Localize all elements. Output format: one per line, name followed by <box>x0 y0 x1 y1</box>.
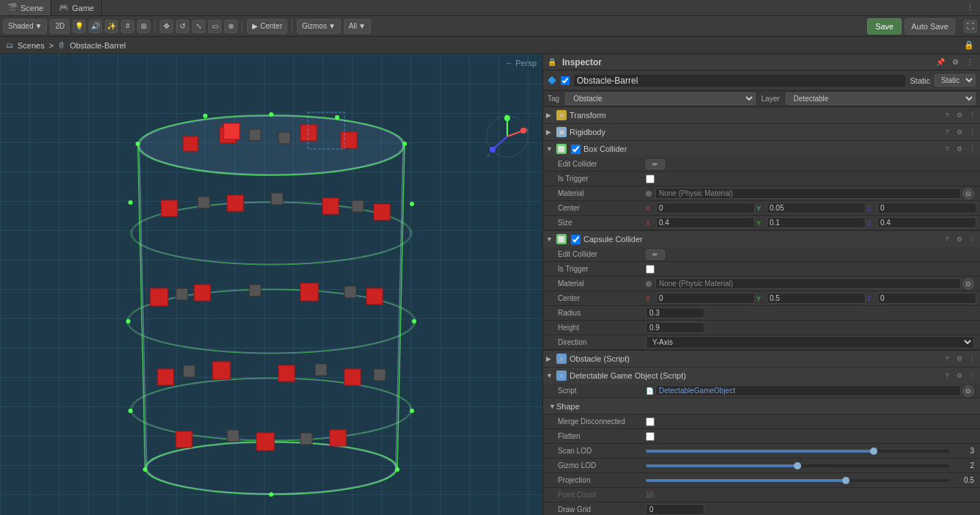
inspector-pin-icon[interactable]: 📌 <box>935 56 946 68</box>
rigidbody-settings-icon[interactable]: ⚙ <box>954 127 965 137</box>
merge-disconnected-checkbox[interactable] <box>646 417 655 426</box>
box-size-x-field[interactable] <box>656 217 755 228</box>
capsule-help-icon[interactable]: ? <box>942 234 952 244</box>
viewport[interactable]: ← Persp Y X Z <box>0 54 542 515</box>
flatten-checkbox[interactable] <box>646 432 655 441</box>
fullscreen-icon[interactable]: ⛶ <box>964 20 977 33</box>
sound-icon[interactable]: 🔊 <box>89 20 102 33</box>
breadcrumb-scenes[interactable]: Scenes <box>18 41 45 50</box>
capsule-settings-icon[interactable]: ⚙ <box>954 234 965 244</box>
box-center-z-field[interactable] <box>877 202 976 213</box>
obstacle-settings-icon[interactable]: ⚙ <box>954 354 965 364</box>
transform-header[interactable]: ⊕ Transform ? ⚙ ⋮ <box>543 107 980 123</box>
svg-rect-21 <box>227 195 243 211</box>
layer-dropdown[interactable]: Detectable <box>786 92 976 105</box>
light-icon[interactable]: 💡 <box>73 20 86 33</box>
shape-header[interactable]: Shape <box>543 398 980 414</box>
tab-scene[interactable]: 🎬 Scene <box>0 0 51 15</box>
all-btn[interactable]: All ▼ <box>344 19 371 34</box>
point-count-label: Point Count <box>558 491 646 499</box>
box-size-z-field[interactable] <box>877 217 976 228</box>
box-collider-settings-icon[interactable]: ⚙ <box>954 144 965 154</box>
tab-game[interactable]: 🎮 Game <box>51 0 102 15</box>
scale-icon[interactable]: ⤡ <box>192 20 205 33</box>
save-button[interactable]: Save <box>867 18 902 34</box>
gizmo-lod-thumb[interactable] <box>794 462 801 470</box>
box-material-select-btn[interactable]: ⊙ <box>962 188 974 200</box>
inspector-settings-icon[interactable]: ⚙ <box>949 56 961 68</box>
obstacle-script-header[interactable]: # Obstacle (Script) ? ⚙ ⋮ <box>543 351 980 367</box>
rigidbody-menu-icon[interactable]: ⋮ <box>967 127 977 137</box>
capsule-material-value[interactable]: None (Physic Material) <box>655 278 961 289</box>
obstacle-help-icon[interactable]: ? <box>942 354 952 364</box>
play-area-btn[interactable]: ▶ Center <box>247 19 287 34</box>
shaded-btn[interactable]: Shaded ▼ <box>3 19 47 34</box>
transform-menu-icon[interactable]: ⋮ <box>967 110 977 120</box>
box-size-y-field[interactable] <box>767 217 866 228</box>
capsule-edit-collider-btn[interactable]: ✏ <box>646 249 665 260</box>
capsule-material-row: Material None (Physic Material) ⊙ <box>543 277 980 291</box>
scan-lod-track <box>646 450 949 453</box>
capsule-menu-icon[interactable]: ⋮ <box>967 234 977 244</box>
box-collider-help-icon[interactable]: ? <box>942 144 952 154</box>
capsule-center-y-field[interactable] <box>767 293 866 304</box>
rigidbody-help-icon[interactable]: ? <box>942 127 952 137</box>
box-center-y-field[interactable] <box>767 202 866 213</box>
detectable-settings-icon[interactable]: ⚙ <box>954 370 965 381</box>
inspector-lock-icon[interactable]: 🔒 <box>548 58 556 66</box>
static-dropdown[interactable]: Static <box>935 74 976 87</box>
box-material-value[interactable]: None (Physic Material) <box>655 188 961 199</box>
capsule-is-trigger-checkbox[interactable] <box>646 265 655 274</box>
obstacle-script-name: Obstacle (Script) <box>570 354 939 363</box>
capsule-material-select-btn[interactable]: ⊙ <box>962 278 974 290</box>
go-active-checkbox[interactable] <box>561 76 570 85</box>
detectable-help-icon[interactable]: ? <box>942 370 952 381</box>
gizmo-lod-track <box>646 464 949 467</box>
effects-icon[interactable]: ✨ <box>105 20 118 33</box>
scan-lod-thumb[interactable] <box>870 448 877 455</box>
capsule-direction-select[interactable]: Y-Axis X-Axis Z-Axis <box>646 336 974 348</box>
rigidbody-header[interactable]: ⬟ Rigidbody ? ⚙ ⋮ <box>543 124 980 140</box>
projection-thumb[interactable] <box>842 477 850 484</box>
auto-save-button[interactable]: Auto Save <box>905 18 955 34</box>
capsule-radius-field[interactable] <box>646 307 704 318</box>
breadcrumb-object[interactable]: Obstacle-Barrel <box>70 41 125 50</box>
detectable-script-header[interactable]: # Detectable Game Object (Script) ? ⚙ ⋮ <box>543 368 980 384</box>
svg-point-59 <box>143 467 147 472</box>
detectable-script-row: Script 📄 DetectableGameObject ⊙ <box>543 384 980 398</box>
2d-btn[interactable]: 2D <box>50 19 70 34</box>
detectable-menu-icon[interactable]: ⋮ <box>967 370 977 381</box>
stats-icon[interactable]: # <box>121 20 134 33</box>
detectable-script-value[interactable]: DetectableGameObject <box>655 385 961 396</box>
rect-icon[interactable]: ▭ <box>208 20 221 33</box>
obstacle-menu-icon[interactable]: ⋮ <box>967 354 977 364</box>
box-collider-checkbox[interactable] <box>571 145 581 154</box>
capsule-collider-header[interactable]: ⬜ Capsule Collider ? ⚙ ⋮ <box>543 231 980 247</box>
script-select-btn[interactable]: ⊙ <box>962 385 974 397</box>
rotate-icon[interactable]: ↺ <box>176 20 189 33</box>
transform-icon[interactable]: ⊕ <box>224 20 237 33</box>
draw-grid-field[interactable] <box>646 504 704 515</box>
lock-icon[interactable]: 🔒 <box>964 40 974 50</box>
grid-icon[interactable]: ⊞ <box>137 20 150 33</box>
capsule-center-x-field[interactable] <box>656 293 755 304</box>
capsule-center-z-field[interactable] <box>877 293 976 304</box>
tag-dropdown[interactable]: Obstacle <box>565 92 755 105</box>
inspector-menu-icon[interactable]: ⋮ <box>964 56 976 68</box>
gizmos-btn[interactable]: Gizmos ▼ <box>297 19 341 34</box>
go-name[interactable]: Obstacle-Barrel <box>574 75 905 87</box>
tab-game-label: Game <box>72 4 94 12</box>
box-collider-menu-icon[interactable]: ⋮ <box>967 144 977 154</box>
capsule-collider-checkbox[interactable] <box>571 235 581 244</box>
box-collider-header[interactable]: ⬜ Box Collider ? ⚙ ⋮ <box>543 141 980 157</box>
svg-point-58 <box>410 409 414 413</box>
box-edit-collider-btn[interactable]: ✏ <box>646 159 665 169</box>
capsule-height-field[interactable] <box>646 322 704 333</box>
box-center-x-field[interactable] <box>656 202 755 213</box>
menu-icon[interactable]: ⋮ <box>960 3 980 12</box>
transform-settings-icon[interactable]: ⚙ <box>954 110 965 120</box>
transform-help-icon[interactable]: ? <box>942 110 952 120</box>
move-icon[interactable]: ✥ <box>160 20 173 33</box>
box-is-trigger-checkbox[interactable] <box>646 175 655 183</box>
svg-rect-38 <box>271 193 283 205</box>
